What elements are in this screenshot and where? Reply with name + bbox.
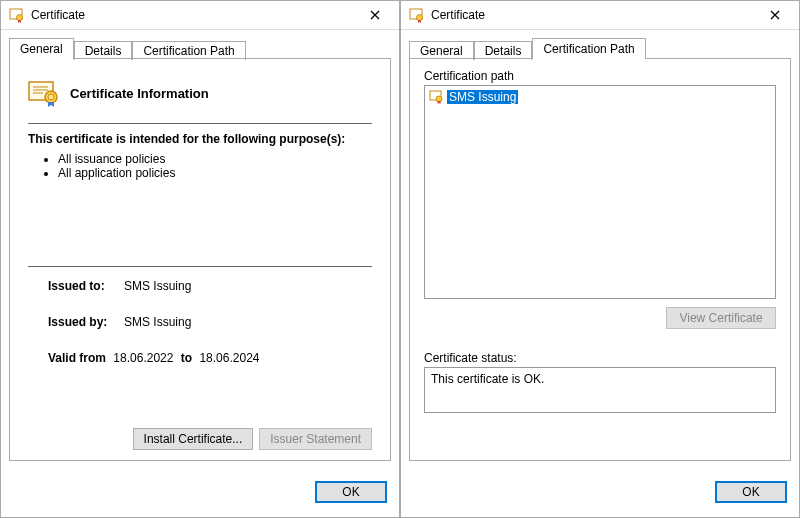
cert-status-label: Certificate status: (424, 351, 776, 365)
view-certificate-button: View Certificate (666, 307, 776, 329)
cert-status-text: This certificate is OK. (431, 372, 544, 386)
window-title: Certificate (31, 8, 355, 22)
tabstrip: General Details Certification Path (409, 36, 791, 58)
tabstrip: General Details Certification Path (9, 36, 391, 58)
issued-to-label: Issued to: (28, 279, 124, 293)
titlebar: Certificate (401, 1, 799, 30)
valid-to-value: 18.06.2024 (199, 351, 259, 365)
ok-button[interactable]: OK (715, 481, 787, 503)
purpose-list: All issuance policies All application po… (58, 152, 372, 180)
dialog-body: General Details Certification Path Certi… (401, 30, 799, 517)
view-cert-row: View Certificate (424, 307, 776, 329)
purpose-heading: This certificate is intended for the fol… (28, 132, 372, 146)
cert-path-tree[interactable]: SMS Issuing (424, 85, 776, 299)
issued-to-row: Issued to: SMS Issuing (28, 279, 372, 293)
purpose-item: All application policies (58, 166, 372, 180)
valid-from-label: Valid from (48, 351, 106, 365)
cert-info-block: Issued to: SMS Issuing Issued by: SMS Is… (28, 279, 372, 365)
certificate-tree-icon (429, 89, 445, 105)
tab-general[interactable]: General (9, 38, 74, 59)
titlebar: Certificate (1, 1, 399, 30)
certificate-window-icon (9, 7, 25, 23)
svg-point-9 (417, 15, 423, 21)
issuer-statement-button: Issuer Statement (259, 428, 372, 450)
validity-row: Valid from 18.06.2022 to 18.06.2024 (28, 351, 372, 365)
install-certificate-button[interactable]: Install Certificate... (133, 428, 254, 450)
certificate-dialog-path: Certificate General Details Certificatio… (400, 0, 800, 518)
issued-by-label: Issued by: (28, 315, 124, 329)
certificate-icon (28, 79, 60, 107)
issued-by-value: SMS Issuing (124, 315, 191, 329)
tree-item[interactable]: SMS Issuing (427, 88, 773, 105)
close-button[interactable] (355, 1, 395, 29)
svg-point-7 (48, 94, 54, 100)
purpose-item: All issuance policies (58, 152, 372, 166)
ok-row: OK (315, 481, 387, 503)
certificate-dialog-general: Certificate General Details Certificatio… (0, 0, 400, 518)
window-title: Certificate (431, 8, 755, 22)
panel-button-row: Install Certificate... Issuer Statement (133, 428, 372, 450)
ok-button[interactable]: OK (315, 481, 387, 503)
issued-by-row: Issued by: SMS Issuing (28, 315, 372, 329)
cert-path-label: Certification path (424, 69, 776, 83)
dialog-body: General Details Certification Path (1, 30, 399, 517)
ok-row: OK (715, 481, 787, 503)
cert-info-title: Certificate Information (70, 86, 209, 101)
valid-to-label: to (181, 351, 192, 365)
cert-header: Certificate Information (28, 73, 372, 119)
divider (28, 266, 372, 267)
tree-item-label: SMS Issuing (447, 90, 518, 104)
issued-to-value: SMS Issuing (124, 279, 191, 293)
valid-from-value: 18.06.2022 (113, 351, 173, 365)
svg-point-1 (17, 15, 23, 21)
tab-certification-path[interactable]: Certification Path (532, 38, 645, 59)
tabpanel-general: Certificate Information This certificate… (9, 58, 391, 461)
certificate-window-icon (409, 7, 425, 23)
tabpanel-certification-path: Certification path SMS Issuing View Cert… (409, 58, 791, 461)
cert-status-box: This certificate is OK. (424, 367, 776, 413)
divider (28, 123, 372, 124)
close-button[interactable] (755, 1, 795, 29)
